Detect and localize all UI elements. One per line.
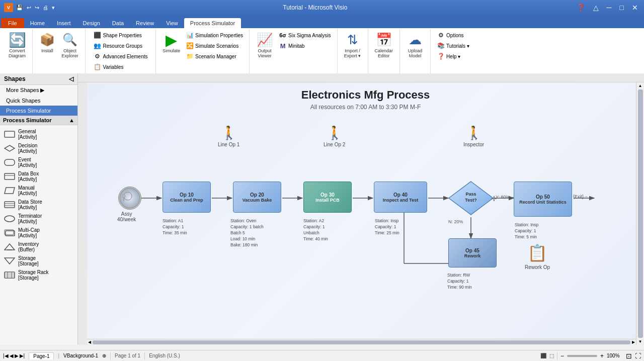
page-prev-btn[interactable]: ◀: [10, 353, 14, 358]
full-screen-btn[interactable]: ⛶: [635, 352, 641, 359]
tab-home[interactable]: Home: [24, 18, 51, 28]
advanced-elements-button[interactable]: ⚙ Advanced Elements: [92, 51, 150, 61]
zoom-out-btn[interactable]: −: [560, 352, 564, 359]
fit-page-btn[interactable]: ⊡: [626, 352, 632, 360]
op45-box[interactable]: Op 45 Rework: [448, 238, 497, 267]
ribbon-collapse-button[interactable]: △: [591, 4, 601, 12]
variables-label: Variables: [103, 64, 124, 70]
shape-inventory-buffer[interactable]: Inventory(Buffer): [2, 240, 75, 254]
vscroll-up-btn[interactable]: ▲: [638, 83, 642, 88]
install-button[interactable]: 📦 Install: [37, 30, 58, 55]
import-export-button[interactable]: ⇅ Import /Export ▾: [342, 30, 364, 60]
maximize-button[interactable]: □: [618, 4, 626, 12]
close-button[interactable]: ✕: [630, 4, 640, 12]
diagram-canvas[interactable]: Electronics Mfg Process All resources on…: [87, 82, 644, 345]
op50-title: Op 50: [536, 194, 550, 200]
minitab-button[interactable]: M Minitab: [277, 41, 333, 51]
save-button[interactable]: 💾: [15, 4, 24, 12]
horizontal-scrollbar[interactable]: ◀ ▶: [87, 339, 636, 345]
svg-text:Pass: Pass: [465, 192, 476, 197]
exit-label: {Exit}→: [573, 194, 588, 199]
calendar-editor-button[interactable]: 📅 CalendarEditor: [372, 30, 396, 60]
upload-model-button[interactable]: ☁ UploadModel: [404, 30, 426, 60]
op10-station-info: Station: A1 Capacity: 1 Time: 35 min: [163, 218, 187, 236]
pass-test-diamond-container[interactable]: Pass Test? ✛: [447, 179, 495, 217]
shape-data-box-activity[interactable]: Data Box[Activity]: [2, 169, 75, 184]
op10-box[interactable]: Op 10 Clean and Prep: [163, 182, 211, 213]
shapes-title: Shapes: [4, 75, 26, 82]
variables-button[interactable]: 📋 Variables: [92, 62, 150, 72]
shape-general-activity[interactable]: General[Activity]: [2, 127, 75, 141]
shape-decision-activity[interactable]: Decision[Activity]: [2, 141, 75, 155]
svg-point-36: [122, 195, 125, 198]
shape-properties-button[interactable]: ⬛ Shape Properties: [92, 30, 150, 40]
zoom-level[interactable]: 100%: [607, 353, 623, 358]
insert-page-btn[interactable]: ⊕: [102, 353, 106, 358]
tab-insert[interactable]: Insert: [51, 18, 77, 28]
tab-design[interactable]: Design: [77, 18, 106, 28]
help-icon[interactable]: ❓: [575, 4, 587, 12]
vscroll-thumb[interactable]: [638, 89, 643, 338]
op20-box[interactable]: Op 20 Vacuum Bake: [233, 182, 281, 213]
page-last-btn[interactable]: ▶|: [20, 353, 25, 358]
six-sigma-button[interactable]: 6σ Six Sigma Analysis: [277, 30, 333, 40]
shape-storage[interactable]: Storage[Storage]: [2, 254, 75, 268]
vertical-scrollbar[interactable]: ▲ ▼: [636, 82, 644, 345]
shape-terminator-activity[interactable]: Terminator[Activity]: [2, 212, 75, 226]
vscroll-down-btn[interactable]: ▼: [638, 339, 642, 344]
tutorials-icon: 📚: [437, 42, 445, 50]
tab-review[interactable]: Review: [130, 18, 160, 28]
hscroll-right-btn[interactable]: ▶: [632, 340, 635, 344]
shape-storage-rack[interactable]: Storage Rack[Storage]: [2, 268, 75, 282]
minimize-button[interactable]: ─: [605, 4, 614, 12]
hscroll-left-btn[interactable]: ◀: [88, 340, 91, 344]
hscroll-thumb[interactable]: [93, 340, 630, 344]
more-shapes-item[interactable]: More Shapes ▶: [0, 85, 77, 96]
shape-event-activity[interactable]: Event[Activity]: [2, 155, 75, 169]
status-icon-1[interactable]: ⬛: [540, 353, 546, 358]
undo-button[interactable]: ↩: [26, 4, 32, 12]
page-1-tab[interactable]: Page-1: [29, 352, 54, 359]
op30-box[interactable]: Op 30 Install PCB: [303, 182, 352, 213]
tab-process-simulator[interactable]: Process Simulator: [184, 18, 241, 28]
scenario-manager-button[interactable]: 📁 Scenario Manager: [184, 51, 245, 61]
resource-groups-button[interactable]: 👥 Resource Groups: [92, 41, 150, 51]
import-export-icon: ⇅: [345, 32, 361, 48]
output-viewer-button[interactable]: 📈 OutputViewer: [254, 30, 276, 60]
zoom-in-btn[interactable]: +: [600, 352, 604, 359]
status-icon-2[interactable]: ⬚: [549, 353, 554, 358]
shape-data-store-activity[interactable]: Data Store[Activity]: [2, 198, 75, 212]
object-explorer-button[interactable]: 🔍 ObjectExplorer: [59, 30, 81, 60]
tutorials-button[interactable]: 📚 Tutorials ▾: [435, 41, 471, 51]
shape-manual-activity[interactable]: Manual[Activity]: [2, 184, 75, 198]
zoom-slider[interactable]: [567, 355, 597, 357]
data-store-icon: [4, 201, 15, 209]
data-box-label: Data Box[Activity]: [18, 171, 39, 182]
assy-node[interactable]: [118, 187, 141, 210]
assy-label: Assy 40/week: [117, 211, 136, 222]
tab-file[interactable]: File: [1, 18, 24, 28]
op40-box[interactable]: Op 40 Inspect and Test: [374, 182, 427, 213]
simulation-properties-button[interactable]: 📊 Simulation Properties: [184, 30, 245, 40]
page-first-btn[interactable]: |◀: [3, 353, 9, 358]
help-button[interactable]: ❓ Help ▾: [435, 51, 471, 61]
convert-diagram-button[interactable]: 🔄 ConvertDiagram: [6, 30, 28, 60]
tab-view[interactable]: View: [160, 18, 184, 28]
worker-line-op-2: 🚶 Line Op 2: [324, 125, 345, 147]
quick-shapes-item[interactable]: Quick Shapes: [0, 96, 77, 106]
shapes-section-header[interactable]: Process Simulator ▲: [0, 116, 77, 125]
simulate-button[interactable]: ▶ Simulate: [160, 30, 183, 55]
quick-print-button[interactable]: 🖨: [42, 4, 49, 11]
svg-rect-0: [5, 131, 15, 137]
page-next-btn[interactable]: ▶: [15, 353, 19, 358]
shapes-collapse-icon[interactable]: ◁: [69, 75, 73, 82]
process-simulator-nav-item[interactable]: Process Simulator: [0, 106, 77, 116]
tab-data[interactable]: Data: [106, 18, 130, 28]
op50-box[interactable]: Op 50 Record Unit Statistics: [514, 182, 572, 217]
customize-qa-button[interactable]: ▾: [51, 4, 56, 12]
simulate-scenarios-button[interactable]: 🔀 Simulate Scenarios: [184, 41, 245, 51]
redo-button[interactable]: ↪: [34, 4, 40, 12]
shape-multi-cap-activity[interactable]: Multi-Cap[Activity]: [2, 226, 75, 240]
background-tab[interactable]: VBackground-1: [63, 353, 98, 358]
options-button[interactable]: ⚙ Options: [435, 30, 471, 40]
